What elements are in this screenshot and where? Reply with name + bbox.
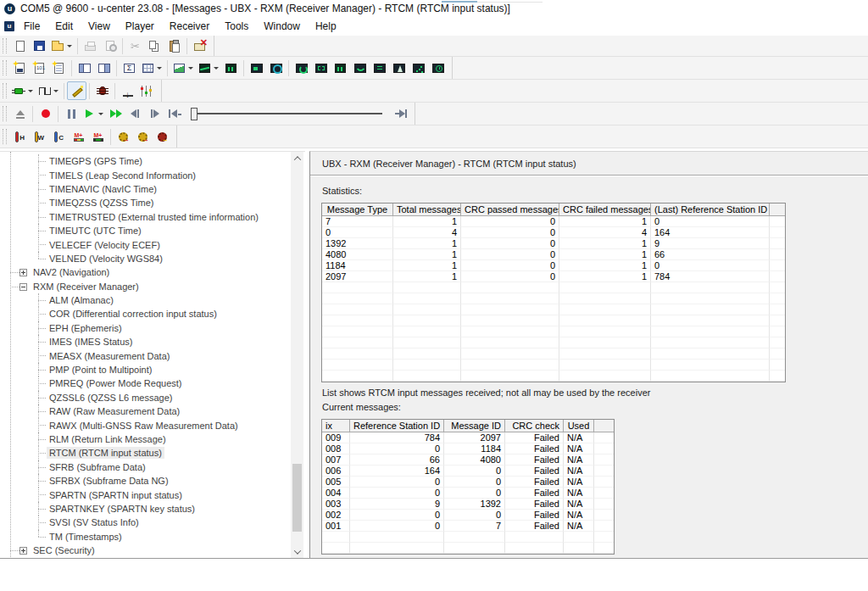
tree-item-timeutc[interactable]: TIMEUTC (UTC Time) [0, 224, 290, 237]
table-row[interactable] [322, 543, 614, 554]
menu-receiver[interactable]: Receiver [162, 19, 217, 34]
expand-icon[interactable] [19, 547, 27, 555]
sky-view-button[interactable] [266, 59, 286, 77]
tree-item-velecef[interactable]: VELECEF (Velocity ECEF) [0, 237, 290, 251]
table-row[interactable]: 00801184FailedN/A [322, 443, 614, 454]
expand-icon[interactable] [19, 269, 27, 276]
firmware-download-button[interactable] [118, 81, 137, 100]
connect-button[interactable] [10, 81, 36, 100]
collapse-icon[interactable] [19, 283, 27, 291]
column-header-filler[interactable] [770, 204, 785, 216]
column-header[interactable]: CRC passed messages [461, 204, 559, 216]
toolbar-grip[interactable] [3, 83, 7, 98]
table-row[interactable]: 007664080FailedN/A [322, 454, 614, 466]
message-list-button[interactable] [370, 59, 389, 77]
table-row[interactable]: 13921019 [322, 238, 785, 249]
gear-config-button-1[interactable] [114, 127, 133, 146]
histogram-dark-button[interactable] [331, 59, 350, 77]
new-text-console-button[interactable] [49, 59, 69, 77]
paste-button[interactable] [164, 36, 184, 55]
scroll-up-icon[interactable] [291, 152, 303, 165]
dock-right-button[interactable] [94, 59, 114, 77]
tree-item-rawx[interactable]: RAWX (Multi-GNSS Raw Measurement Data) [0, 418, 290, 432]
dropdown-arrow-icon[interactable] [97, 105, 105, 122]
tree-item-timenavic[interactable]: TIMENAVIC (NavIC Time) [0, 182, 290, 196]
menu-tools[interactable]: Tools [217, 19, 256, 34]
disconnect-button[interactable] [190, 36, 209, 55]
skip-end-button[interactable] [391, 104, 410, 123]
pause-button[interactable] [61, 104, 81, 123]
playback-position-slider[interactable] [191, 106, 382, 121]
table-row[interactable] [322, 326, 785, 337]
save-button[interactable] [30, 36, 49, 55]
eject-button[interactable] [10, 104, 30, 123]
scroll-down-icon[interactable] [291, 545, 303, 559]
menu-edit[interactable]: Edit [47, 19, 81, 34]
dropdown-arrow-icon[interactable] [155, 59, 164, 76]
table-row[interactable]: 00400FailedN/A [322, 488, 614, 499]
dropdown-arrow-icon[interactable] [65, 37, 74, 54]
open-file-button[interactable] [49, 36, 75, 55]
menu-player[interactable]: Player [118, 19, 162, 34]
column-header[interactable]: Used [564, 420, 594, 432]
table-row[interactable] [322, 337, 785, 348]
table-row[interactable]: 11841010 [322, 260, 785, 271]
debug-button[interactable] [92, 81, 112, 100]
column-header[interactable]: CRC check [505, 420, 564, 432]
menu-help[interactable]: Help [308, 19, 344, 34]
statistic-view-button[interactable] [120, 59, 139, 77]
tree-item-tm[interactable]: TM (Timestamps) [0, 530, 290, 544]
autobaud-button[interactable] [67, 81, 86, 100]
tree-item-alm[interactable]: ALM (Almanac) [0, 293, 290, 307]
marker-add-button[interactable] [69, 127, 88, 146]
toolbar-grip[interactable] [3, 60, 7, 75]
camera-view-button[interactable] [311, 59, 331, 77]
table-row[interactable]: 408010166 [322, 249, 785, 260]
table-row[interactable] [322, 371, 785, 382]
column-header[interactable]: Message ID [444, 420, 505, 432]
table-view-button[interactable] [139, 59, 164, 77]
baudrate-button[interactable] [36, 81, 61, 100]
toolbar-grip[interactable] [3, 129, 7, 144]
tree-item-rxm[interactable]: RXM (Receiver Manager) [0, 280, 290, 293]
tree-item-measx[interactable]: MEASX (Measurement Data) [0, 348, 290, 362]
tree-item-rlm[interactable]: RLM (Return Link Message) [0, 432, 290, 446]
tree-item-raw[interactable]: RAW (Raw Measurement Data) [0, 404, 290, 418]
tree-item-pmp[interactable]: PMP (Point to Multipoint) [0, 363, 290, 376]
table-row[interactable]: 71010 [322, 216, 785, 227]
tree-item-velned[interactable]: VELNED (Velocity WGS84) [0, 252, 290, 265]
play-button[interactable] [81, 104, 106, 123]
menu-window[interactable]: Window [256, 19, 308, 34]
refresh-view-button[interactable] [292, 59, 311, 77]
fast-forward-button[interactable] [106, 104, 125, 123]
new-packet-console-button[interactable] [10, 59, 30, 77]
table-row[interactable] [322, 532, 614, 543]
tree-item-svsi[interactable]: SVSI (SV Status Info) [0, 516, 290, 529]
tree-item-sec[interactable]: SEC (Security) [0, 544, 290, 557]
line-chart-view-button[interactable] [196, 59, 221, 77]
tree-item-imes[interactable]: IMES (IMES Status) [0, 335, 290, 348]
packet-console-button[interactable] [247, 59, 266, 77]
table-row[interactable]: 0404164 [322, 227, 785, 238]
step-forward-button[interactable] [145, 104, 164, 123]
dropdown-arrow-icon[interactable] [186, 59, 195, 76]
column-header-filler[interactable] [594, 420, 614, 432]
gear-config-button-3[interactable] [153, 127, 172, 146]
column-header[interactable]: Reference Station ID [350, 420, 444, 432]
new-binary-console-button[interactable] [30, 59, 49, 77]
chart-view-button[interactable] [170, 59, 196, 77]
tree-item-spartn[interactable]: SPARTN (SPARTN input status) [0, 488, 290, 501]
column-header[interactable]: Total messages [393, 204, 461, 216]
tree-item-timegps[interactable]: TIMEGPS (GPS Time) [0, 154, 290, 168]
step-back-button[interactable] [125, 104, 145, 123]
tree-item-rtcm[interactable]: RTCM (RTCM input status) [0, 446, 290, 460]
table-row[interactable] [322, 282, 785, 293]
table-row[interactable]: 00391392FailedN/A [322, 499, 614, 510]
table-row[interactable]: 2097101784 [322, 271, 785, 282]
table-row[interactable]: 00200FailedN/A [322, 510, 614, 521]
tree-item-pmreq[interactable]: PMREQ (Power Mode Request) [0, 376, 290, 390]
compass-view-button[interactable] [389, 59, 409, 77]
record-button[interactable] [36, 104, 55, 123]
scrollbar-thumb[interactable] [292, 464, 302, 532]
table-row[interactable]: 00500FailedN/A [322, 477, 614, 488]
